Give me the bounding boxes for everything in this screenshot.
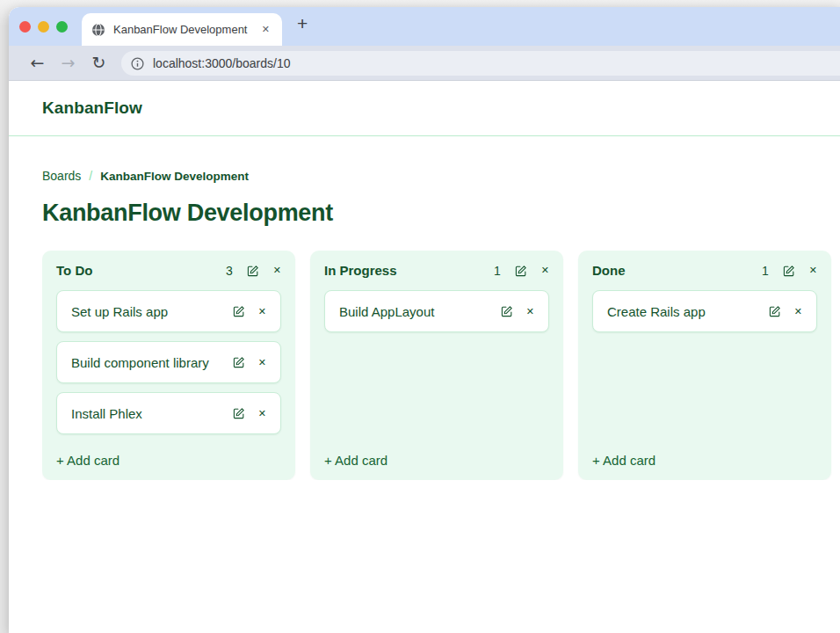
- column-card-count: 1: [762, 264, 769, 278]
- delete-card-button[interactable]: ✕: [258, 307, 266, 316]
- card-actions: ✕: [233, 305, 266, 317]
- delete-column-button[interactable]: ✕: [273, 266, 281, 275]
- app-page: KanbanFlow Boards / KanbanFlow Developme…: [9, 81, 840, 632]
- zoom-window-button[interactable]: [56, 21, 68, 33]
- browser-toolbar: ← → ↻ localhost:3000/boards/10: [9, 46, 840, 81]
- card-title: Set up Rails app: [71, 304, 168, 319]
- edit-column-button[interactable]: [783, 265, 795, 277]
- column-actions: 1 ✕: [494, 264, 549, 278]
- delete-card-button[interactable]: ✕: [258, 358, 266, 367]
- pencil-square-icon: [515, 265, 527, 277]
- card-list: Set up Rails app ✕ Build component libra…: [56, 290, 281, 443]
- edit-card-button[interactable]: [769, 305, 781, 317]
- edit-column-button[interactable]: [515, 265, 527, 277]
- breadcrumb-current: KanbanFlow Development: [100, 170, 249, 183]
- browser-tab[interactable]: KanbanFlow Development ✕: [82, 13, 282, 46]
- globe-favicon-icon: [91, 23, 105, 37]
- kanban-card[interactable]: Create Rails app ✕: [592, 290, 817, 332]
- edit-card-button[interactable]: [233, 407, 245, 419]
- app-brand[interactable]: KanbanFlow: [42, 98, 142, 118]
- pencil-square-icon: [233, 305, 245, 317]
- column-card-count: 1: [494, 264, 501, 278]
- card-actions: ✕: [233, 407, 266, 419]
- kanban-column: To Do 3 ✕ Set up Rails app: [42, 251, 295, 480]
- delete-column-button[interactable]: ✕: [809, 266, 817, 275]
- kanban-column: In Progress 1 ✕ Build AppLayout: [310, 251, 563, 480]
- address-bar[interactable]: localhost:3000/boards/10: [121, 51, 840, 76]
- column-header: Done 1 ✕: [592, 263, 817, 278]
- page-content: Boards / KanbanFlow Development KanbanFl…: [9, 136, 840, 480]
- edit-column-button[interactable]: [247, 265, 259, 277]
- card-title: Install Phlex: [71, 406, 142, 421]
- kanban-card[interactable]: Install Phlex ✕: [56, 392, 281, 434]
- card-actions: ✕: [769, 305, 802, 317]
- delete-column-button[interactable]: ✕: [541, 266, 549, 275]
- column-title: In Progress: [324, 263, 397, 278]
- traffic-lights: [9, 21, 82, 33]
- minimize-window-button[interactable]: [38, 21, 49, 33]
- delete-card-button[interactable]: ✕: [794, 307, 802, 316]
- browser-window: KanbanFlow Development ✕ + ← → ↻ localho…: [9, 7, 840, 633]
- card-actions: ✕: [233, 356, 266, 368]
- card-title: Build AppLayout: [339, 304, 434, 319]
- site-info-icon[interactable]: [131, 57, 144, 70]
- url-text: localhost:3000/boards/10: [153, 56, 290, 70]
- reload-button[interactable]: ↻: [83, 55, 114, 71]
- column-card-count: 3: [226, 264, 233, 278]
- card-list: Create Rails app ✕: [592, 290, 817, 341]
- pencil-square-icon: [783, 265, 795, 277]
- column-actions: 3 ✕: [226, 264, 281, 278]
- pencil-square-icon: [233, 407, 245, 419]
- add-card-button[interactable]: + Add card: [324, 453, 549, 468]
- delete-card-button[interactable]: ✕: [258, 409, 266, 418]
- edit-card-button[interactable]: [233, 305, 245, 317]
- pencil-square-icon: [233, 356, 245, 368]
- card-title: Create Rails app: [607, 304, 706, 319]
- add-card-button[interactable]: + Add card: [592, 453, 817, 468]
- kanban-card[interactable]: Set up Rails app ✕: [56, 290, 281, 332]
- column-header: To Do 3 ✕: [56, 263, 281, 278]
- edit-card-button[interactable]: [233, 356, 245, 368]
- kanban-card[interactable]: Build component library ✕: [56, 341, 281, 383]
- kanban-card[interactable]: Build AppLayout ✕: [324, 290, 549, 332]
- app-header: KanbanFlow: [9, 81, 840, 136]
- column-actions: 1 ✕: [762, 264, 817, 278]
- forward-button[interactable]: →: [53, 55, 83, 71]
- tab-title: KanbanFlow Development: [113, 23, 250, 36]
- breadcrumb-boards-link[interactable]: Boards: [42, 169, 81, 183]
- new-tab-button[interactable]: +: [297, 14, 308, 33]
- edit-card-button[interactable]: [501, 305, 513, 317]
- delete-card-button[interactable]: ✕: [526, 307, 534, 316]
- close-window-button[interactable]: [19, 21, 31, 33]
- column-title: To Do: [56, 263, 92, 278]
- pencil-square-icon: [247, 265, 259, 277]
- page-title: KanbanFlow Development: [42, 200, 840, 227]
- back-button[interactable]: ←: [22, 55, 53, 71]
- card-list: Build AppLayout ✕: [324, 290, 549, 341]
- breadcrumb: Boards / KanbanFlow Development: [42, 169, 840, 183]
- tab-strip: KanbanFlow Development ✕ +: [9, 7, 840, 46]
- pencil-square-icon: [769, 305, 781, 317]
- breadcrumb-separator: /: [89, 169, 92, 183]
- card-title: Build component library: [71, 355, 209, 370]
- board: To Do 3 ✕ Set up Rails app: [42, 251, 840, 480]
- tab-close-icon[interactable]: ✕: [258, 22, 273, 37]
- card-actions: ✕: [501, 305, 534, 317]
- column-title: Done: [592, 263, 626, 278]
- kanban-column: Done 1 ✕ Create Rails app: [578, 251, 831, 480]
- column-header: In Progress 1 ✕: [324, 263, 549, 278]
- add-card-button[interactable]: + Add card: [56, 453, 281, 468]
- pencil-square-icon: [501, 305, 513, 317]
